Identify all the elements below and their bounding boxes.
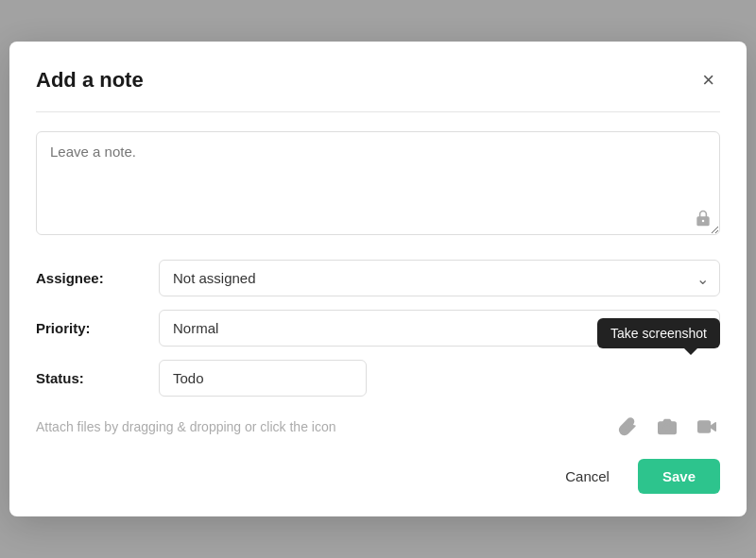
take-screenshot-button[interactable] (654, 415, 680, 438)
priority-label: Priority: (36, 320, 159, 336)
assignee-row: Assignee: Not assigned ⌄ (36, 260, 720, 296)
svg-marker-1 (710, 423, 715, 431)
header-divider (36, 111, 720, 112)
save-button[interactable]: Save (638, 459, 720, 494)
attach-label: Attach files by dragging & dropping or c… (36, 419, 336, 434)
add-note-modal: Add a note × Assignee: Not assigned ⌄ (9, 42, 747, 516)
svg-rect-2 (698, 421, 711, 432)
status-tooltip-wrapper: Take screenshot (159, 360, 720, 397)
modal-title: Add a note (36, 68, 144, 93)
attach-row: Attach files by dragging & dropping or c… (36, 414, 720, 438)
modal-header: Add a note × (36, 68, 720, 93)
priority-select-wrapper: Normal ⌄ (159, 310, 720, 347)
status-row: Status: Take screenshot (36, 360, 720, 397)
actions-row: Cancel Save (36, 459, 720, 494)
cancel-button[interactable]: Cancel (548, 460, 627, 493)
note-textarea[interactable] (36, 131, 720, 235)
assignee-label: Assignee: (36, 270, 159, 286)
status-label: Status: (36, 370, 159, 386)
attach-file-button[interactable] (614, 415, 641, 438)
svg-point-0 (664, 425, 671, 431)
priority-row: Priority: Normal ⌄ (36, 310, 720, 347)
note-textarea-wrapper (36, 131, 720, 239)
attach-video-button[interactable] (694, 415, 720, 438)
close-button[interactable]: × (696, 68, 720, 93)
assignee-select[interactable]: Not assigned (159, 260, 720, 296)
assignee-select-wrapper: Not assigned ⌄ (159, 260, 720, 296)
attach-icons-group (614, 415, 720, 438)
priority-select[interactable]: Normal (159, 310, 720, 347)
status-input[interactable] (159, 360, 367, 397)
lock-icon (694, 209, 713, 231)
modal-overlay: Add a note × Assignee: Not assigned ⌄ (0, 0, 756, 558)
